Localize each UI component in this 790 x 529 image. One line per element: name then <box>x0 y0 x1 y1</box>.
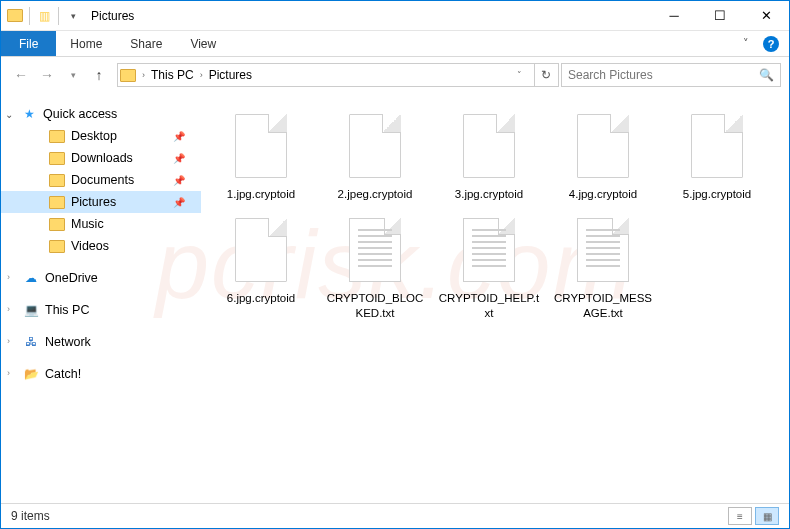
file-item[interactable]: 4.jpg.cryptoid <box>549 107 657 205</box>
text-file-icon <box>577 218 629 282</box>
folder-icon <box>49 172 65 188</box>
properties-icon[interactable]: ▥ <box>36 8 52 24</box>
details-view-button[interactable]: ≡ <box>728 507 752 525</box>
file-item[interactable]: 1.jpg.cryptoid <box>207 107 315 205</box>
sidebar-item-desktop[interactable]: Desktop📌 <box>1 125 201 147</box>
item-count: 9 items <box>11 509 50 523</box>
sidebar-item-label: Pictures <box>71 195 116 209</box>
sidebar-item-label: Downloads <box>71 151 133 165</box>
file-name: CRYPTOID_HELP.txt <box>437 291 541 320</box>
ribbon-collapse-icon[interactable]: ˅ <box>743 37 749 50</box>
address-bar[interactable]: › This PC › Pictures ˅ ↻ <box>117 63 559 87</box>
breadcrumb[interactable]: This PC <box>151 68 194 82</box>
window-title: Pictures <box>81 9 651 23</box>
sidebar-item-label: Desktop <box>71 129 117 143</box>
file-grid[interactable]: 1.jpg.cryptoid2.jpeg.cryptoid3.jpg.crypt… <box>201 93 789 503</box>
pin-icon: 📌 <box>173 131 185 142</box>
tab-home[interactable]: Home <box>56 31 116 56</box>
sidebar-item-pictures[interactable]: Pictures📌 <box>1 191 201 213</box>
recent-locations-icon[interactable]: ▾ <box>61 63 85 87</box>
file-name: CRYPTOID_BLOCKED.txt <box>323 291 427 320</box>
back-button[interactable]: ← <box>9 63 33 87</box>
help-icon[interactable]: ? <box>763 36 779 52</box>
search-icon[interactable]: 🔍 <box>759 68 774 82</box>
star-icon: ★ <box>21 106 37 122</box>
minimize-button[interactable]: ─ <box>651 1 697 31</box>
expand-icon[interactable]: › <box>7 304 10 314</box>
sidebar-item-music[interactable]: Music <box>1 213 201 235</box>
file-name: 4.jpg.cryptoid <box>569 187 637 201</box>
explorer-window: pcrisk.com ▥ ▾ Pictures ─ ☐ ✕ File Home … <box>0 0 790 529</box>
file-name: 6.jpg.cryptoid <box>227 291 295 305</box>
file-item[interactable]: 5.jpg.cryptoid <box>663 107 771 205</box>
folder-icon: 📂 <box>23 366 39 382</box>
sidebar-root-thispc[interactable]: 💻This PC <box>1 299 201 321</box>
text-file-icon <box>463 218 515 282</box>
tab-share[interactable]: Share <box>116 31 176 56</box>
quick-access-toolbar: ▥ ▾ <box>1 7 81 25</box>
expand-icon[interactable]: › <box>7 336 10 346</box>
status-bar: 9 items ≡ ▦ <box>1 504 789 528</box>
icons-view-button[interactable]: ▦ <box>755 507 779 525</box>
blank-file-icon <box>235 218 287 282</box>
file-item[interactable]: 2.jpeg.cryptoid <box>321 107 429 205</box>
quick-access-group[interactable]: ⌄ ★ Quick access <box>1 103 201 125</box>
qat-dropdown-icon[interactable]: ▾ <box>65 8 81 24</box>
up-button[interactable]: ↑ <box>87 63 111 87</box>
sidebar-root-label: OneDrive <box>45 271 98 285</box>
mon-icon: 💻 <box>23 302 39 318</box>
history-dropdown-icon[interactable]: ˅ <box>511 70 528 80</box>
sidebar-root-onedrive[interactable]: ☁OneDrive <box>1 267 201 289</box>
folder-app-icon <box>7 8 23 24</box>
blank-file-icon <box>463 114 515 178</box>
pin-icon: 📌 <box>173 197 185 208</box>
search-input[interactable]: Search Pictures 🔍 <box>561 63 781 87</box>
sidebar-root-label: Catch! <box>45 367 81 381</box>
collapse-icon[interactable]: ⌄ <box>5 109 15 120</box>
folder-icon <box>49 150 65 166</box>
file-name: 5.jpg.cryptoid <box>683 187 751 201</box>
maximize-button[interactable]: ☐ <box>697 1 743 31</box>
file-item[interactable]: 3.jpg.cryptoid <box>435 107 543 205</box>
cloud-icon: ☁ <box>23 270 39 286</box>
file-item[interactable]: CRYPTOID_BLOCKED.txt <box>321 211 429 324</box>
chevron-right-icon[interactable]: › <box>142 70 145 80</box>
blank-file-icon <box>235 114 287 178</box>
window-controls: ─ ☐ ✕ <box>651 1 789 31</box>
chevron-right-icon[interactable]: › <box>200 70 203 80</box>
sidebar-item-documents[interactable]: Documents📌 <box>1 169 201 191</box>
sidebar-root-network[interactable]: 🖧Network <box>1 331 201 353</box>
location-icon <box>120 67 136 83</box>
file-tab[interactable]: File <box>1 31 56 56</box>
expand-icon[interactable]: › <box>7 368 10 378</box>
navigation-pane: ⌄ ★ Quick access Desktop📌Downloads📌Docum… <box>1 93 201 503</box>
file-name: CRYPTOID_MESSAGE.txt <box>551 291 655 320</box>
refresh-button[interactable]: ↻ <box>534 64 556 86</box>
file-item[interactable]: CRYPTOID_HELP.txt <box>435 211 543 324</box>
sidebar-root-catch[interactable]: 📂Catch! <box>1 363 201 385</box>
folder-icon <box>49 194 65 210</box>
forward-button[interactable]: → <box>35 63 59 87</box>
sidebar-item-label: Documents <box>71 173 134 187</box>
search-placeholder: Search Pictures <box>568 68 653 82</box>
breadcrumb[interactable]: Pictures <box>209 68 252 82</box>
sidebar-root-label: This PC <box>45 303 89 317</box>
sidebar-root-label: Network <box>45 335 91 349</box>
file-item[interactable]: 6.jpg.cryptoid <box>207 211 315 324</box>
folder-icon <box>49 216 65 232</box>
breadcrumb-label: This PC <box>151 68 194 82</box>
folder-icon <box>49 128 65 144</box>
folder-icon <box>49 238 65 254</box>
address-row: ← → ▾ ↑ › This PC › Pictures ˅ ↻ Search … <box>1 57 789 93</box>
blank-file-icon <box>349 114 401 178</box>
tab-view[interactable]: View <box>176 31 230 56</box>
file-name: 1.jpg.cryptoid <box>227 187 295 201</box>
title-bar: ▥ ▾ Pictures ─ ☐ ✕ <box>1 1 789 31</box>
sidebar-item-videos[interactable]: Videos <box>1 235 201 257</box>
file-item[interactable]: CRYPTOID_MESSAGE.txt <box>549 211 657 324</box>
close-button[interactable]: ✕ <box>743 1 789 31</box>
sidebar-item-downloads[interactable]: Downloads📌 <box>1 147 201 169</box>
blank-file-icon <box>577 114 629 178</box>
file-name: 3.jpg.cryptoid <box>455 187 523 201</box>
expand-icon[interactable]: › <box>7 272 10 282</box>
